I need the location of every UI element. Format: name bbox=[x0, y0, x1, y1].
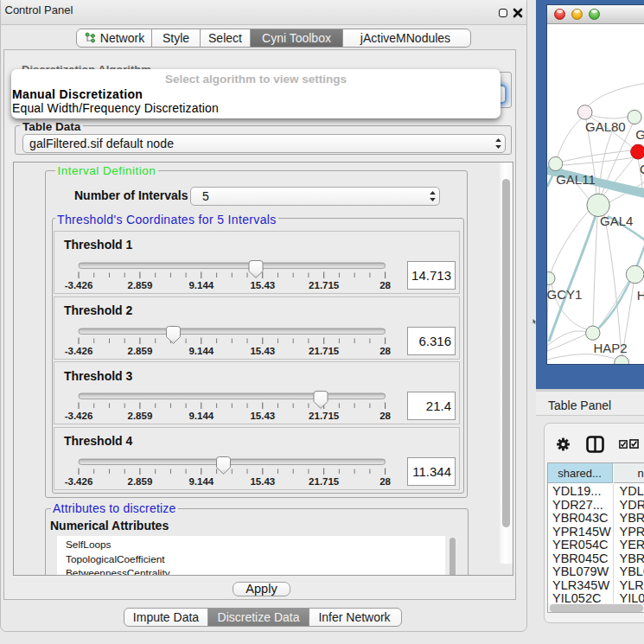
svg-text:-3.426: -3.426 bbox=[65, 475, 93, 486]
svg-text:21.715: 21.715 bbox=[309, 345, 340, 355]
svg-text:-3.426: -3.426 bbox=[65, 411, 93, 421]
svg-text:15.43: 15.43 bbox=[250, 475, 275, 486]
svg-text:21.715: 21.715 bbox=[309, 475, 340, 486]
svg-text:-3.426: -3.426 bbox=[65, 279, 93, 290]
svg-text:GCY1: GCY1 bbox=[547, 286, 582, 301]
svg-text:15.43: 15.43 bbox=[250, 345, 275, 355]
svg-text:15.43: 15.43 bbox=[250, 279, 275, 290]
svg-text:GAL3: GAL3 bbox=[635, 126, 644, 141]
svg-text:9.144: 9.144 bbox=[188, 411, 214, 421]
svg-text:21.715: 21.715 bbox=[309, 411, 340, 421]
svg-text:CD: CD bbox=[640, 162, 644, 176]
svg-text:GAL4: GAL4 bbox=[600, 214, 633, 228]
svg-text:GAL11: GAL11 bbox=[556, 171, 596, 186]
svg-text:2.859: 2.859 bbox=[128, 411, 153, 421]
svg-text:21.715: 21.715 bbox=[309, 279, 340, 290]
svg-text:9.144: 9.144 bbox=[188, 345, 214, 355]
svg-text:GAL80: GAL80 bbox=[585, 119, 626, 134]
svg-text:2.859: 2.859 bbox=[128, 475, 153, 486]
svg-text:HAP1: HAP1 bbox=[636, 287, 644, 302]
svg-text:28: 28 bbox=[379, 345, 391, 355]
svg-text:9.144: 9.144 bbox=[188, 279, 214, 290]
svg-text:2.859: 2.859 bbox=[128, 279, 153, 290]
svg-text:28: 28 bbox=[379, 411, 391, 421]
svg-text:15.43: 15.43 bbox=[250, 411, 275, 421]
svg-text:2.859: 2.859 bbox=[128, 345, 153, 355]
svg-text:HAP2: HAP2 bbox=[593, 341, 627, 355]
svg-text:28: 28 bbox=[379, 279, 391, 290]
svg-text:28: 28 bbox=[379, 475, 391, 486]
svg-text:-3.426: -3.426 bbox=[65, 345, 93, 355]
svg-text:9.144: 9.144 bbox=[188, 475, 214, 486]
